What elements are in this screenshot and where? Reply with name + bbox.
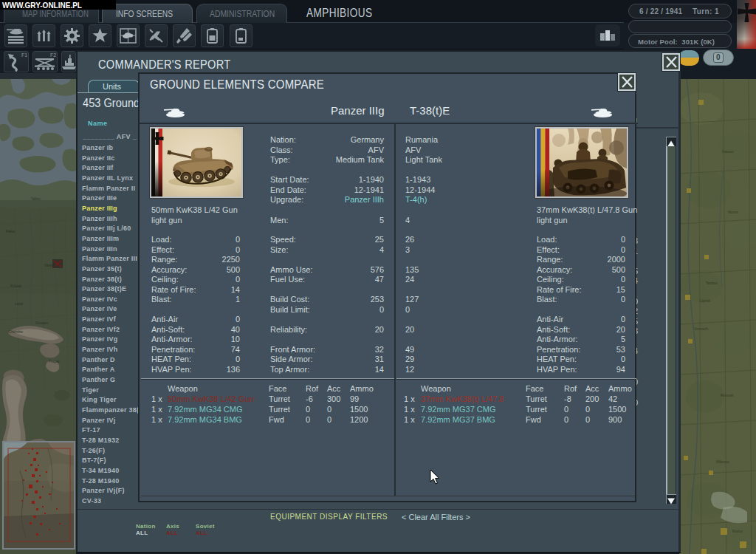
svg-text:Voronezh: Voronezh: [694, 327, 709, 331]
svg-text:Rossosh: Rossosh: [721, 394, 734, 397]
svg-text:Lipetsk: Lipetsk: [700, 299, 711, 303]
svg-text:Ivanovo: Ivanovo: [722, 150, 734, 154]
svg-text:Millerovo: Millerovo: [716, 460, 730, 464]
svg-text:Murom: Murom: [728, 211, 738, 214]
svg-text:Tambov: Tambov: [706, 281, 718, 285]
svg-text:Rostov: Rostov: [732, 530, 743, 533]
